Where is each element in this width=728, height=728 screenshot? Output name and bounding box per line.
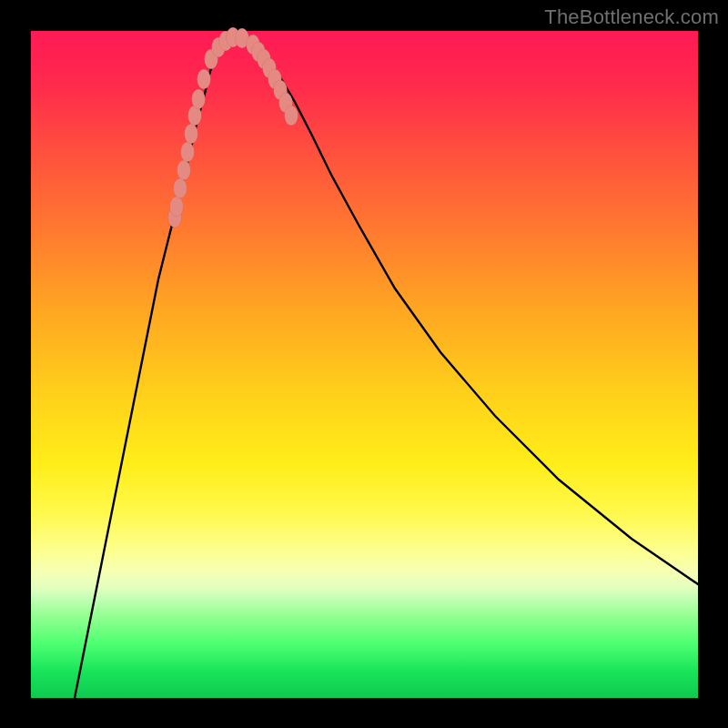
highlight-dot — [174, 178, 187, 198]
plot-area — [31, 31, 698, 698]
watermark-text: TheBottleneck.com — [544, 5, 719, 29]
highlight-dot — [285, 106, 298, 126]
outer-frame: TheBottleneck.com — [0, 0, 728, 728]
highlight-dot — [170, 197, 184, 217]
bottleneck-curve — [75, 37, 698, 698]
highlight-dots-group — [168, 27, 298, 228]
chart-svg — [31, 31, 698, 698]
highlight-dot — [192, 89, 206, 109]
highlight-dot — [197, 69, 211, 89]
highlight-dot — [181, 142, 195, 162]
highlight-dot — [177, 160, 191, 180]
highlight-dot — [185, 124, 198, 144]
